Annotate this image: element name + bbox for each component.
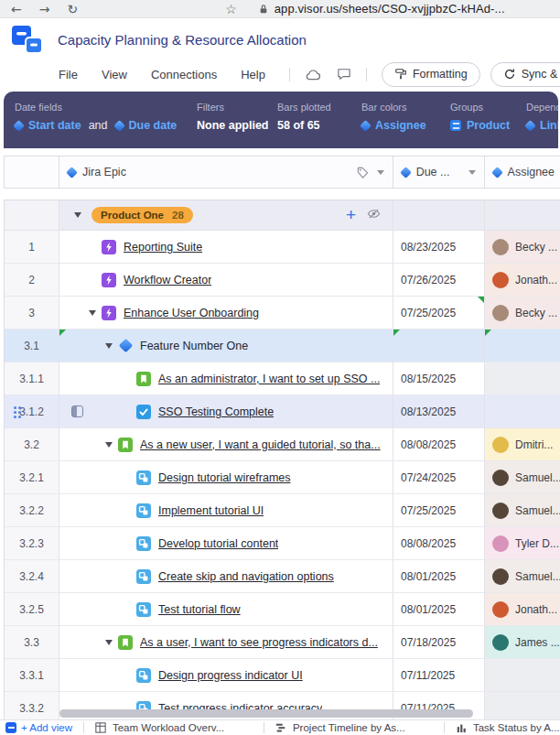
collapse-arrow-icon[interactable] — [105, 343, 113, 349]
item-title[interactable]: As a new user, I want a guided tutorial,… — [140, 438, 381, 451]
group-cell[interactable]: Product One 28 + — [59, 200, 393, 230]
menu-help[interactable]: Help — [241, 68, 265, 81]
due-date-cell[interactable]: 07/18/2025 — [393, 626, 485, 658]
row-number-cell[interactable]: 2 — [5, 264, 59, 296]
item-title[interactable]: Create skip and navigation options — [158, 570, 334, 583]
menu-view[interactable]: View — [102, 68, 127, 81]
assignee-cell[interactable]: James ... — [485, 626, 560, 658]
epic-cell[interactable]: SSO Testing Complete — [59, 395, 393, 427]
comment-icon[interactable] — [337, 68, 351, 81]
epic-cell[interactable]: Develop tutorial content — [59, 527, 393, 559]
item-title[interactable]: Design tutorial wireframes — [158, 471, 291, 484]
row-number-cell[interactable]: 3 — [5, 297, 59, 329]
column-header-due[interactable]: Due ... — [393, 157, 485, 188]
epic-cell[interactable]: Enhance User Onboarding — [59, 297, 393, 329]
reload-button[interactable]: ↻ — [67, 3, 78, 16]
bars-plotted-value[interactable]: 58 of 65 — [277, 119, 320, 132]
assignee-cell[interactable]: Jonath... — [485, 593, 560, 625]
column-header-assignee[interactable]: Assignee — [485, 157, 560, 188]
row-number-cell[interactable]: 3.2.5 — [5, 593, 59, 625]
row-number-cell[interactable]: 3.2.1 — [5, 461, 59, 493]
row-number-cell[interactable]: 1 — [5, 231, 59, 263]
due-date-cell[interactable]: 08/08/2025 — [393, 428, 485, 460]
due-date-cell[interactable]: 08/08/2025 — [393, 527, 485, 559]
bookmark-star-icon[interactable]: ☆ — [225, 2, 237, 16]
assignee-cell[interactable]: Becky ... — [485, 297, 560, 329]
tab-project-timeline[interactable]: Project Timeline by As... — [264, 722, 444, 733]
epic-cell[interactable]: Create skip and navigation options — [59, 560, 393, 592]
groups-value[interactable]: Product — [467, 119, 510, 132]
start-date-field[interactable]: Start date — [28, 119, 81, 132]
epic-cell[interactable]: Test tutorial flow — [59, 593, 393, 625]
due-date-cell[interactable]: 07/25/2025 — [393, 494, 485, 526]
item-title[interactable]: Workflow Creator — [124, 274, 211, 286]
forward-button[interactable]: → — [39, 3, 50, 16]
column-header-jira-epic[interactable]: Jira Epic — [59, 157, 393, 188]
assignee-cell[interactable] — [485, 659, 560, 691]
item-title[interactable]: Enhance User Onboarding — [124, 307, 259, 319]
assignee-cell[interactable] — [485, 330, 560, 362]
item-title[interactable]: Reporting Suite — [124, 241, 202, 254]
due-date-cell[interactable]: 07/26/2025 — [393, 264, 485, 296]
due-date-field[interactable]: Due date — [129, 119, 178, 132]
row-number-cell[interactable]: 3.3 — [5, 626, 59, 658]
row-number-cell[interactable]: 3.2.3 — [5, 527, 59, 559]
epic-cell[interactable]: As a new user, I want a guided tutorial,… — [59, 428, 393, 460]
hide-group-icon[interactable] — [367, 207, 381, 224]
row-number-cell[interactable]: 3.1.1 — [5, 362, 59, 395]
collapse-arrow-icon[interactable] — [105, 442, 113, 448]
due-date-cell[interactable]: 07/11/2025 — [393, 659, 485, 691]
row-number-cell[interactable]: 3.1 — [5, 330, 59, 362]
item-title[interactable]: SSO Testing Complete — [158, 405, 274, 418]
assignee-cell[interactable]: Dmitri... — [485, 428, 560, 460]
collapse-arrow-icon[interactable] — [105, 640, 113, 645]
row-number-cell[interactable]: 3.1.2 — [5, 395, 59, 427]
epic-cell[interactable]: As an administrator, I want to set up SS… — [59, 362, 393, 395]
chevron-down-icon[interactable] — [468, 170, 476, 175]
item-title[interactable]: Develop tutorial content — [158, 537, 278, 550]
tag-icon[interactable] — [357, 167, 369, 178]
item-title[interactable]: Feature Number One — [140, 340, 248, 352]
due-date-cell[interactable]: 07/25/2025 — [393, 297, 485, 329]
item-title[interactable]: Implement tutorial UI — [158, 504, 264, 517]
epic-cell[interactable]: Workflow Creator — [59, 264, 393, 296]
due-date-cell[interactable]: 07/24/2025 — [393, 461, 485, 493]
filters-value[interactable]: None applied — [197, 119, 268, 132]
epic-cell[interactable]: Design progress indicator UI — [59, 659, 393, 691]
due-date-cell[interactable]: 08/23/2025 — [393, 231, 485, 263]
item-title[interactable]: Design progress indicator UI — [158, 669, 303, 682]
epic-cell[interactable]: Feature Number One — [59, 330, 393, 362]
group-badge[interactable]: Product One 28 — [92, 207, 193, 223]
row-number-cell[interactable]: 3.2.2 — [5, 494, 59, 526]
chevron-down-icon[interactable] — [377, 170, 384, 175]
assignee-cell[interactable]: Tyler D... — [485, 527, 560, 559]
bar-colors-value[interactable]: Assignee — [375, 119, 426, 132]
item-title[interactable]: Test tutorial flow — [158, 603, 241, 616]
cloud-sync-icon[interactable] — [305, 69, 322, 81]
due-date-cell[interactable]: 08/01/2025 — [393, 560, 485, 592]
epic-cell[interactable]: Implement tutorial UI — [59, 494, 393, 526]
dependencies-value[interactable]: Links — [540, 119, 558, 132]
epic-cell[interactable]: Design tutorial wireframes — [59, 461, 393, 493]
due-date-cell[interactable]: 08/13/2025 — [393, 395, 485, 427]
assignee-cell[interactable] — [485, 395, 560, 427]
row-number-cell[interactable]: 3.2.4 — [5, 560, 59, 592]
add-row-icon[interactable]: + — [346, 206, 356, 223]
epic-cell[interactable]: Reporting Suite — [59, 231, 393, 263]
assignee-cell[interactable]: Jonath... — [485, 264, 560, 296]
due-date-cell[interactable]: 08/15/2025 — [393, 362, 485, 395]
assignee-cell[interactable]: Samuel... — [485, 494, 560, 526]
row-number-cell[interactable]: 3.2 — [5, 428, 59, 460]
assignee-cell[interactable] — [485, 362, 560, 395]
tab-task-status[interactable]: Task Status by A... — [445, 722, 560, 733]
back-button[interactable]: ← — [11, 3, 22, 16]
epic-cell[interactable]: As a user, I want to see progress indica… — [59, 626, 393, 658]
due-date-cell[interactable]: 08/01/2025 — [393, 593, 485, 625]
url-text[interactable]: app.visor.us/sheets/CSO-xvjjpbzC-kHAd-..… — [275, 2, 505, 16]
add-view-button[interactable]: + Add view — [0, 722, 83, 733]
horizontal-scrollbar[interactable] — [59, 709, 473, 718]
drag-handle-icon[interactable] — [14, 406, 16, 409]
formatting-button[interactable]: Formatting — [382, 62, 480, 87]
row-number-cell[interactable]: 3.3.1 — [5, 659, 59, 691]
item-title[interactable]: As an administrator, I want to set up SS… — [158, 373, 380, 385]
